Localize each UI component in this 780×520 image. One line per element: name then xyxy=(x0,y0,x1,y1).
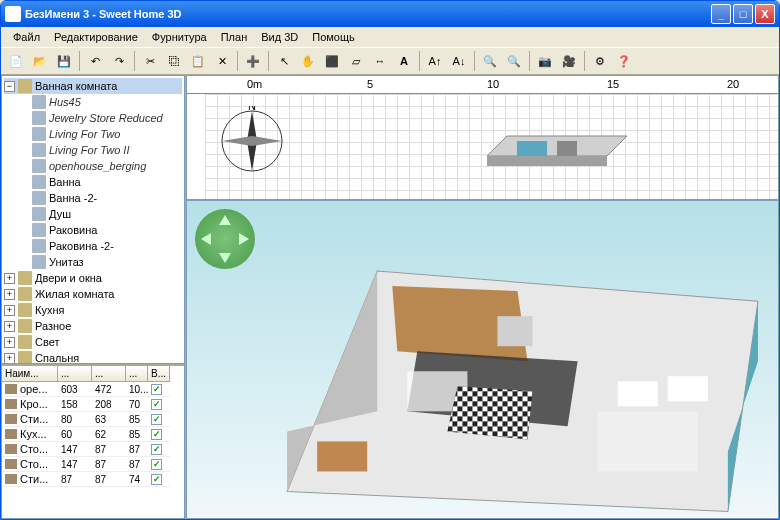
nav-3d-control[interactable] xyxy=(195,209,255,269)
add-furniture-icon[interactable]: ➕ xyxy=(242,50,264,72)
tree-item[interactable]: Jewelry Store Reduced xyxy=(4,110,182,126)
tree-item[interactable]: Ванна xyxy=(4,174,182,190)
table-row[interactable]: Кух...606285✓ xyxy=(2,427,184,442)
folder-icon xyxy=(18,303,32,317)
table-row[interactable]: Сто...1478787✓ xyxy=(2,457,184,472)
tree-category[interactable]: +Свет xyxy=(4,334,182,350)
zoom-out-icon[interactable]: 🔍 xyxy=(503,50,525,72)
expand-icon[interactable]: + xyxy=(4,289,15,300)
tree-item[interactable]: Ванна -2- xyxy=(4,190,182,206)
save-icon[interactable]: 💾 xyxy=(53,50,75,72)
expand-icon[interactable]: + xyxy=(4,273,15,284)
table-row[interactable]: Сти...878774✓ xyxy=(2,472,184,487)
compass-icon[interactable]: N xyxy=(217,106,287,176)
furniture-icon xyxy=(32,95,46,109)
dimension-icon[interactable]: ↔ xyxy=(369,50,391,72)
view-3d[interactable] xyxy=(186,200,779,519)
help-icon[interactable]: ❓ xyxy=(613,50,635,72)
tree-category-bathroom[interactable]: − Ванная комната xyxy=(4,78,182,94)
svg-marker-5 xyxy=(487,156,607,166)
redo-icon[interactable]: ↷ xyxy=(108,50,130,72)
tree-category[interactable]: +Спальня xyxy=(4,350,182,364)
tree-category[interactable]: +Жилая комната xyxy=(4,286,182,302)
cut-icon[interactable]: ✂ xyxy=(139,50,161,72)
furniture-tree[interactable]: − Ванная комната Hus45Jewelry Store Redu… xyxy=(1,75,185,364)
tree-item[interactable]: Раковина -2- xyxy=(4,238,182,254)
svg-marker-9 xyxy=(219,253,231,263)
visible-checkbox[interactable]: ✓ xyxy=(151,414,162,425)
tree-item[interactable]: Hus45 xyxy=(4,94,182,110)
table-row[interactable]: ope...60347210...✓ xyxy=(2,382,184,397)
tree-category[interactable]: +Двери и окна xyxy=(4,270,182,286)
room-icon[interactable]: ▱ xyxy=(345,50,367,72)
maximize-button[interactable]: □ xyxy=(733,4,753,24)
tree-item[interactable]: Раковина xyxy=(4,222,182,238)
tree-category[interactable]: +Кухня xyxy=(4,302,182,318)
undo-icon[interactable]: ↶ xyxy=(84,50,106,72)
paste-icon[interactable]: 📋 xyxy=(187,50,209,72)
expand-icon[interactable]: + xyxy=(4,321,15,332)
furniture-table[interactable]: Наим... ... ... ... В... ope...60347210.… xyxy=(1,364,185,519)
row-icon xyxy=(5,429,17,439)
toolbar: 📄 📂 💾 ↶ ↷ ✂ ⿻ 📋 ✕ ➕ ↖ ✋ ⬛ ▱ ↔ A A↑ A↓ 🔍 … xyxy=(1,47,779,75)
menu-3dview[interactable]: Вид 3D xyxy=(255,29,304,45)
svg-text:N: N xyxy=(248,106,256,112)
col-name[interactable]: Наим... xyxy=(2,366,58,382)
menu-file[interactable]: Файл xyxy=(7,29,46,45)
tree-item[interactable]: Душ xyxy=(4,206,182,222)
tree-item[interactable]: openhouse_berging xyxy=(4,158,182,174)
visible-checkbox[interactable]: ✓ xyxy=(151,474,162,485)
plan-view[interactable]: 0m 5 10 15 20 N xyxy=(186,75,779,200)
col-visible[interactable]: В... xyxy=(148,366,170,382)
open-icon[interactable]: 📂 xyxy=(29,50,51,72)
text-icon[interactable]: A xyxy=(393,50,415,72)
minimize-button[interactable]: _ xyxy=(711,4,731,24)
col-2[interactable]: ... xyxy=(92,366,126,382)
photo-icon[interactable]: 📷 xyxy=(534,50,556,72)
copy-icon[interactable]: ⿻ xyxy=(163,50,185,72)
text-size-down-icon[interactable]: A↓ xyxy=(448,50,470,72)
visible-checkbox[interactable]: ✓ xyxy=(151,444,162,455)
wall-icon[interactable]: ⬛ xyxy=(321,50,343,72)
new-icon[interactable]: 📄 xyxy=(5,50,27,72)
col-3[interactable]: ... xyxy=(126,366,148,382)
folder-icon xyxy=(18,287,32,301)
menu-help[interactable]: Помощь xyxy=(306,29,361,45)
tree-category[interactable]: +Разное xyxy=(4,318,182,334)
video-icon[interactable]: 🎥 xyxy=(558,50,580,72)
table-row[interactable]: Сто...1478787✓ xyxy=(2,442,184,457)
col-1[interactable]: ... xyxy=(58,366,92,382)
menu-plan[interactable]: План xyxy=(215,29,254,45)
svg-rect-24 xyxy=(497,316,532,346)
visible-checkbox[interactable]: ✓ xyxy=(151,384,162,395)
collapse-icon[interactable]: − xyxy=(4,81,15,92)
table-row[interactable]: Сти...806385✓ xyxy=(2,412,184,427)
tree-item[interactable]: Living For Two II xyxy=(4,142,182,158)
expand-icon[interactable]: + xyxy=(4,353,15,364)
furniture-icon xyxy=(32,207,46,221)
zoom-in-icon[interactable]: 🔍 xyxy=(479,50,501,72)
delete-icon[interactable]: ✕ xyxy=(211,50,233,72)
visible-checkbox[interactable]: ✓ xyxy=(151,459,162,470)
title-bar[interactable]: БезИмени 3 - Sweet Home 3D _ □ X xyxy=(1,1,779,27)
folder-icon xyxy=(18,351,32,364)
close-button[interactable]: X xyxy=(755,4,775,24)
pan-icon[interactable]: ✋ xyxy=(297,50,319,72)
menu-edit[interactable]: Редактирование xyxy=(48,29,144,45)
expand-icon[interactable]: + xyxy=(4,337,15,348)
tree-item[interactable]: Унитаз xyxy=(4,254,182,270)
svg-rect-23 xyxy=(668,376,708,401)
text-size-up-icon[interactable]: A↑ xyxy=(424,50,446,72)
tree-item[interactable]: Living For Two xyxy=(4,126,182,142)
select-icon[interactable]: ↖ xyxy=(273,50,295,72)
ruler-horizontal: 0m 5 10 15 20 xyxy=(187,76,778,94)
expand-icon[interactable]: + xyxy=(4,305,15,316)
visible-checkbox[interactable]: ✓ xyxy=(151,429,162,440)
preferences-icon[interactable]: ⚙ xyxy=(589,50,611,72)
visible-checkbox[interactable]: ✓ xyxy=(151,399,162,410)
furniture-icon xyxy=(32,143,46,157)
table-row[interactable]: Кро...15820870✓ xyxy=(2,397,184,412)
svg-rect-20 xyxy=(317,441,367,471)
furniture-icon xyxy=(32,255,46,269)
menu-furniture[interactable]: Фурнитура xyxy=(146,29,213,45)
